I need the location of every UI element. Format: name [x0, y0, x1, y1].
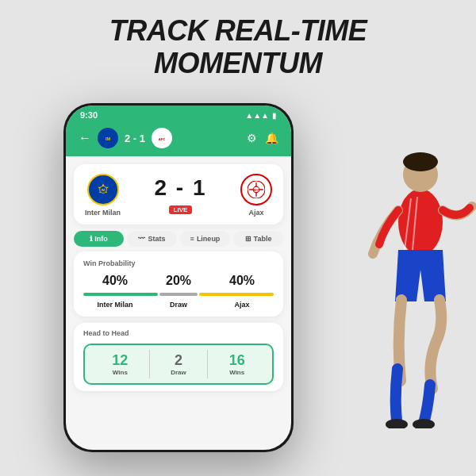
tab-table-label: Table: [254, 235, 272, 243]
status-icons: ▲▲▲ ▮: [245, 111, 277, 120]
nav-left: ← IM 2 - 1 AFC: [79, 128, 172, 148]
headline-line1: TRACK REAL-TIME: [0, 14, 476, 47]
tab-table[interactable]: ⊞ Table: [233, 231, 283, 247]
h2h-row: 12 Wins 2 Draw 16 Wins: [83, 344, 274, 385]
svg-text:AFC: AFC: [254, 189, 259, 192]
nav-inter-logo: IM: [98, 128, 118, 148]
nav-ajax-logo: AFC: [152, 128, 172, 148]
home-prob-block: 40%: [83, 274, 147, 288]
h2h-title: Head to Head: [83, 329, 274, 337]
phone: 9:30 ▲▲▲ ▮ ← IM 2 - 1: [63, 103, 294, 452]
home-wins-label: Wins: [91, 369, 149, 376]
draws-label: Draw: [150, 369, 208, 376]
prob-label-row: Inter Milan Draw Ajax: [83, 301, 274, 309]
bell-icon[interactable]: 🔔: [265, 132, 278, 144]
match-row: IM Inter Milan 2 - 1 LIVE: [85, 174, 272, 217]
battery-icon: ▮: [272, 111, 277, 120]
tab-stats-label: Stats: [148, 235, 165, 243]
tab-lineup-label: Lineup: [197, 235, 221, 243]
draw-prob-bar: [159, 293, 197, 296]
svg-text:IM: IM: [106, 136, 111, 141]
ajax-logo: AFC: [240, 174, 272, 205]
home-prob-percent: 40%: [102, 274, 128, 287]
draw-prob-label: Draw: [147, 301, 210, 309]
svg-point-3: [386, 419, 408, 428]
prob-bar-row: [83, 293, 274, 296]
status-time: 9:30: [80, 110, 98, 120]
status-bar: 9:30 ▲▲▲ ▮: [66, 106, 291, 123]
phone-wrapper: 9:30 ▲▲▲ ▮ ← IM 2 - 1: [63, 103, 294, 452]
svg-point-4: [413, 419, 435, 428]
away-prob-label: Ajax: [210, 301, 274, 309]
home-team-name: Inter Milan: [85, 209, 121, 217]
live-badge: LIVE: [169, 205, 193, 214]
signal-icon: ▲▲▲: [245, 111, 269, 120]
lineup-icon: ≡: [190, 235, 194, 243]
away-wins-block: 16 Wins: [208, 352, 266, 376]
table-icon: ⊞: [245, 235, 251, 243]
away-wins-label: Wins: [208, 369, 266, 376]
away-prob-block: 40%: [210, 274, 274, 288]
draws-number: 2: [150, 352, 208, 369]
home-wins-block: 12 Wins: [91, 352, 149, 376]
home-wins-number: 12: [91, 352, 149, 369]
tab-info-label: Info: [94, 235, 108, 243]
nav-score: 2 - 1: [125, 132, 145, 144]
ajax-prob-bar: [199, 293, 274, 296]
away-wins-number: 16: [208, 352, 266, 369]
match-card: IM Inter Milan 2 - 1 LIVE: [74, 164, 283, 225]
win-prob-row: 40% 20% 40%: [83, 274, 274, 288]
win-probability-title: Win Probability: [83, 259, 274, 267]
away-team-name: Ajax: [248, 209, 263, 217]
home-prob-label: Inter Milan: [83, 301, 147, 309]
tabs-row: ℹ Info 〰 Stats ≡ Lineup ⊞ Table: [74, 231, 283, 247]
stats-icon: 〰: [138, 235, 145, 243]
svg-text:AFC: AFC: [159, 137, 166, 141]
headline-line2: MOMENTUM: [0, 47, 476, 79]
nav-right: ⚙ 🔔: [247, 132, 278, 144]
match-score: 2 - 1: [154, 175, 206, 201]
head-to-head-section: Head to Head 12 Wins 2 Draw 16 Wins: [74, 323, 283, 391]
nav-bar: ← IM 2 - 1 AFC: [66, 123, 291, 156]
away-prob-percent: 40%: [229, 274, 255, 287]
headline: TRACK REAL-TIME MOMENTUM: [0, 14, 476, 80]
draw-prob-percent: 20%: [166, 274, 191, 287]
inter-logo: IM: [87, 174, 119, 205]
phone-screen: 9:30 ▲▲▲ ▮ ← IM 2 - 1: [66, 106, 291, 450]
player-figure: [357, 95, 476, 428]
tab-stats[interactable]: 〰 Stats: [127, 231, 177, 247]
back-button[interactable]: ←: [79, 131, 91, 145]
draw-prob-block: 20%: [147, 274, 210, 288]
info-icon: ℹ: [90, 235, 92, 243]
svg-text:IM: IM: [101, 188, 105, 192]
inter-prob-bar: [83, 293, 158, 296]
draws-block: 2 Draw: [150, 352, 208, 376]
win-probability-section: Win Probability 40% 20% 40%: [74, 251, 283, 317]
tab-lineup[interactable]: ≡ Lineup: [180, 231, 230, 247]
away-team-block: AFC Ajax: [240, 174, 272, 217]
tab-info[interactable]: ℹ Info: [74, 231, 124, 247]
svg-point-2: [403, 152, 438, 171]
home-team-block: IM Inter Milan: [85, 174, 121, 217]
score-block: 2 - 1 LIVE: [154, 175, 206, 215]
settings-icon[interactable]: ⚙: [247, 132, 257, 144]
